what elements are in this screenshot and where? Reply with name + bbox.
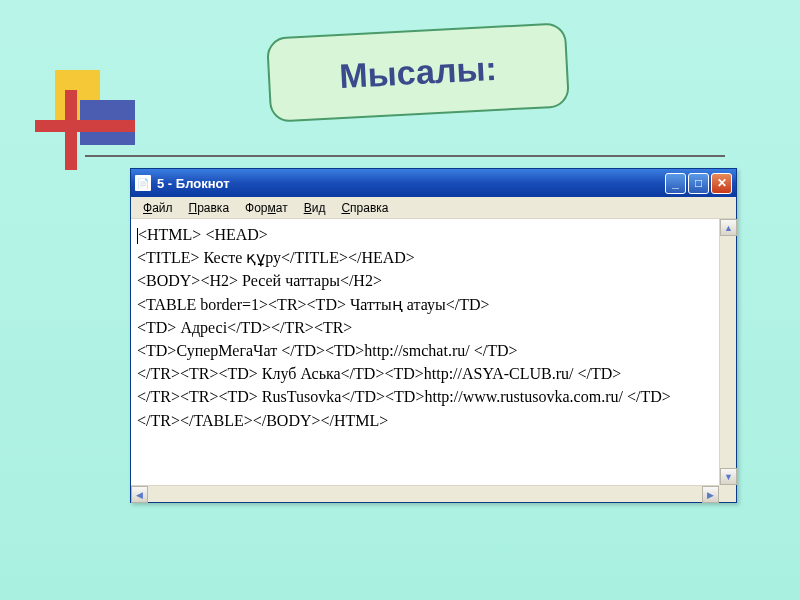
minimize-button[interactable]: _ (665, 173, 686, 194)
text-editor[interactable]: <HTML> <HEAD> <TITLE> Кесте құру</TITLE>… (131, 219, 719, 485)
menu-edit[interactable]: Правка (181, 199, 238, 217)
menu-view[interactable]: Вид (296, 199, 334, 217)
menu-format[interactable]: Формат (237, 199, 296, 217)
maximize-button[interactable]: □ (688, 173, 709, 194)
window-title: 5 - Блокнот (157, 176, 665, 191)
code-line: <TABLE border=1><TR><TD> Чаттың атауы</T… (137, 296, 490, 313)
separator (85, 155, 725, 157)
red-bar-vertical (65, 90, 77, 170)
menu-help[interactable]: Справка (333, 199, 396, 217)
notepad-icon: 📄 (135, 175, 151, 191)
code-line: <BODY><H2> Ресей чаттары</H2> (137, 272, 382, 289)
editor-area: <HTML> <HEAD> <TITLE> Кесте құру</TITLE>… (131, 219, 736, 502)
horizontal-scrollbar[interactable]: ◀ ▶ (131, 485, 719, 502)
vertical-scrollbar[interactable]: ▲ ▼ (719, 219, 736, 485)
titlebar[interactable]: 📄 5 - Блокнот _ □ ✕ (131, 169, 736, 197)
window-controls: _ □ ✕ (665, 173, 732, 194)
code-line: <TITLE> Кесте құру</TITLE></HEAD> (137, 249, 415, 266)
slide-title-box: Мысалы: (266, 22, 570, 123)
code-line: <TD>СуперМегаЧат </TD><TD>http://smchat.… (137, 342, 518, 359)
close-button[interactable]: ✕ (711, 173, 732, 194)
code-line: </TR></TABLE></BODY></HTML> (137, 412, 388, 429)
scroll-right-icon[interactable]: ▶ (702, 486, 719, 503)
scroll-left-icon[interactable]: ◀ (131, 486, 148, 503)
slide-title: Мысалы: (338, 49, 497, 96)
scroll-down-icon[interactable]: ▼ (720, 468, 737, 485)
code-line: <HTML> <HEAD> (137, 226, 268, 243)
code-line: <TD> Адресі</TD></TR><TR> (137, 319, 352, 336)
red-bar-horizontal (35, 120, 135, 132)
code-line: </TR><TR><TD> Клуб Аська</TD><TD>http://… (137, 365, 621, 382)
menubar: Файл Правка Формат Вид Справка (131, 197, 736, 219)
scroll-corner (719, 485, 736, 502)
notepad-window: 📄 5 - Блокнот _ □ ✕ Файл Правка Формат В… (130, 168, 737, 503)
scroll-up-icon[interactable]: ▲ (720, 219, 737, 236)
code-line: </TR><TR><TD> RusTusovka</TD><TD>http://… (137, 388, 671, 405)
menu-file[interactable]: Файл (135, 199, 181, 217)
